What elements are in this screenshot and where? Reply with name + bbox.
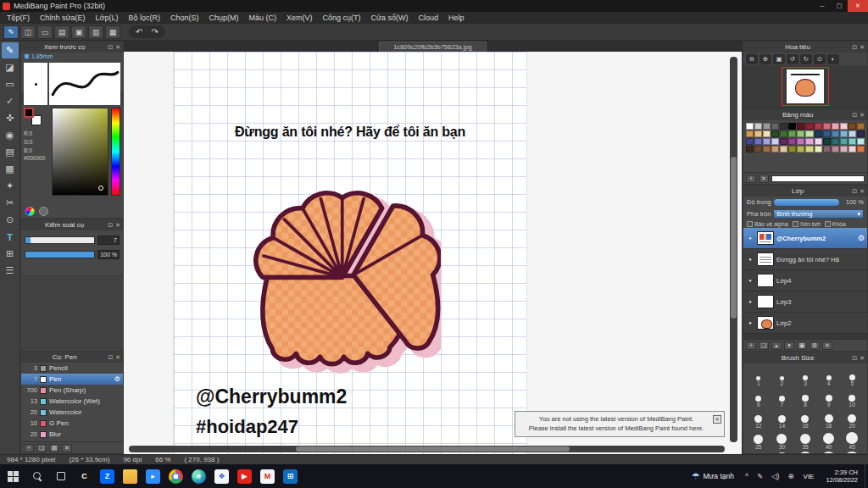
vertical-scroll-thumb[interactable] — [731, 157, 737, 319]
duplicate-brush-button[interactable]: ❏ — [36, 444, 47, 452]
start-button[interactable] — [0, 464, 25, 488]
taskbar-zalo-button[interactable]: Z — [96, 464, 119, 488]
brush-item-2[interactable]: 700Pen (Sharp) — [21, 385, 123, 396]
taskbar-youtube-button[interactable]: ▶ — [233, 464, 256, 488]
brush-size-2[interactable]: 2 — [771, 367, 794, 386]
rotate-left-button[interactable]: ↺ — [787, 54, 798, 64]
task-view-button[interactable] — [49, 464, 73, 488]
brush-size-12[interactable]: 12 — [747, 409, 771, 429]
brush-size-5[interactable]: 5 — [840, 367, 864, 386]
palette-color-20[interactable] — [797, 130, 804, 137]
flip-view-button[interactable]: ◐ — [827, 54, 839, 64]
palette-color-9[interactable] — [823, 123, 831, 130]
minimize-button[interactable]: ─ — [814, 0, 831, 12]
palette-color-39[interactable] — [840, 138, 848, 145]
palette-color-12[interactable] — [849, 123, 856, 130]
menu-item-10[interactable]: Cloud — [414, 12, 444, 24]
popout-icon[interactable]: ⊡ — [108, 42, 113, 53]
palette-color-18[interactable] — [780, 130, 787, 137]
blend-mode-select[interactable]: Bình thường ▾ — [773, 209, 864, 219]
layer-visibility-icon[interactable]: ● — [746, 320, 754, 325]
palette-color-35[interactable] — [805, 138, 813, 145]
palette-color-16[interactable] — [763, 130, 771, 137]
menu-item-3[interactable]: Bộ lọc(R) — [123, 12, 165, 24]
hand-tool[interactable]: ☰ — [2, 263, 19, 279]
brush-control-slider[interactable] — [25, 236, 95, 244]
palette-color-29[interactable] — [754, 138, 762, 145]
palette-color-37[interactable] — [823, 138, 831, 145]
select-rect-tool[interactable]: ▭ — [2, 76, 19, 92]
brush-size-1[interactable]: 1 — [747, 367, 771, 386]
brush-size-45[interactable]: 45 — [840, 430, 864, 450]
current-color-swatch[interactable] — [771, 175, 865, 182]
popout-icon[interactable]: ⊡ — [852, 352, 857, 363]
palette-color-13[interactable] — [857, 123, 865, 130]
popout-icon[interactable]: ⊡ — [852, 42, 857, 53]
brush-panel-button[interactable]: ✎ — [3, 25, 19, 39]
panel-toggle-preview[interactable]: ▭ — [37, 25, 53, 39]
palette-color-5[interactable] — [788, 123, 796, 130]
taskbar-capcut-button[interactable]: C — [73, 464, 96, 488]
close-icon[interactable]: ✕ — [860, 42, 865, 53]
brush-size-35[interactable]: 35 — [793, 430, 817, 450]
panel-toggle-color[interactable]: ▤ — [54, 25, 70, 39]
layer-down-button[interactable]: ▾ — [784, 341, 794, 350]
palette-color-23[interactable] — [823, 130, 831, 137]
palette-color-8[interactable] — [815, 123, 822, 130]
palette-color-28[interactable] — [746, 138, 754, 145]
palette-color-6[interactable] — [797, 123, 804, 130]
panel-toggle-material[interactable]: ▥ — [88, 25, 103, 39]
language-indicator[interactable]: VIE — [798, 473, 820, 480]
maximize-button[interactable]: ▢ — [831, 0, 848, 12]
brush-size-8[interactable]: 8 — [793, 388, 817, 408]
duplicate-layer-button[interactable]: ❏ — [759, 341, 769, 350]
palette-color-1[interactable] — [754, 123, 762, 130]
brush-size-14[interactable]: 14 — [771, 409, 794, 429]
color-wheel-icon[interactable] — [25, 207, 35, 216]
menu-item-9[interactable]: Cửa sổ(W) — [366, 12, 414, 24]
brush-size-18[interactable]: 18 — [817, 409, 841, 429]
canvas-viewport[interactable]: Đừngg ăn tôi nhé? Hãy để tôi ăn bạn — [124, 52, 742, 454]
taskbar-gmail-button[interactable]: M — [256, 464, 279, 488]
redo-icon[interactable]: ↷ — [151, 26, 158, 37]
palette-color-40[interactable] — [849, 138, 856, 145]
menu-item-1[interactable]: Chỉnh sửa(E) — [35, 12, 91, 24]
foreground-color-swatch[interactable] — [24, 108, 34, 118]
tray-pen[interactable]: ✎ — [753, 464, 767, 488]
select-pen-tool[interactable]: ✓ — [2, 93, 19, 109]
vertical-scrollbar[interactable] — [730, 57, 737, 442]
layer-row-1[interactable]: ●Đừngg ăn tôi nhé? Hã — [743, 249, 867, 270]
layer-up-button[interactable]: ▴ — [771, 341, 782, 350]
palette-color-11[interactable] — [840, 123, 848, 130]
palette-color-17[interactable] — [771, 130, 779, 137]
color-slider-icon[interactable] — [39, 207, 48, 216]
layer-visibility-icon[interactable]: ● — [746, 257, 754, 262]
add-color-button[interactable]: + — [746, 175, 756, 183]
brush-item-6[interactable]: 20Blur — [21, 429, 123, 440]
brush-settings-icon[interactable]: ⚙ — [114, 375, 120, 383]
brush-item-4[interactable]: 20Watercolor — [21, 407, 123, 418]
delete-brush-button[interactable]: ✕ — [62, 444, 72, 452]
brush-size-7[interactable]: 7 — [771, 388, 794, 408]
palette-color-31[interactable] — [771, 138, 779, 145]
zoom-out-button[interactable]: ⊖ — [746, 54, 758, 64]
brush-item-0[interactable]: 3Pencil — [21, 363, 123, 374]
palette-color-52[interactable] — [832, 146, 839, 152]
brush-size-9[interactable]: 9 — [817, 388, 841, 408]
brush-size-60[interactable]: 60 — [771, 452, 794, 453]
layer-checkbox-1[interactable]: Xén bớt — [793, 221, 821, 227]
show-desktop-button[interactable] — [865, 464, 868, 488]
palette-color-46[interactable] — [780, 146, 787, 152]
palette-color-53[interactable] — [840, 146, 848, 152]
palette-color-50[interactable] — [815, 146, 822, 152]
brush-size-3[interactable]: 3 — [793, 367, 817, 386]
menu-item-8[interactable]: Công cụ(T) — [318, 12, 366, 24]
palette-color-26[interactable] — [849, 130, 856, 137]
palette-color-22[interactable] — [815, 130, 822, 137]
horizontal-scroll-thumb[interactable] — [296, 446, 570, 452]
menu-item-6[interactable]: Màu (C) — [244, 12, 282, 24]
menu-item-4[interactable]: Chọn(S) — [165, 12, 204, 24]
layer-visibility-icon[interactable]: ● — [746, 236, 754, 241]
divide-tool[interactable]: ⊞ — [2, 246, 19, 262]
add-layer-button[interactable]: + — [746, 341, 756, 350]
